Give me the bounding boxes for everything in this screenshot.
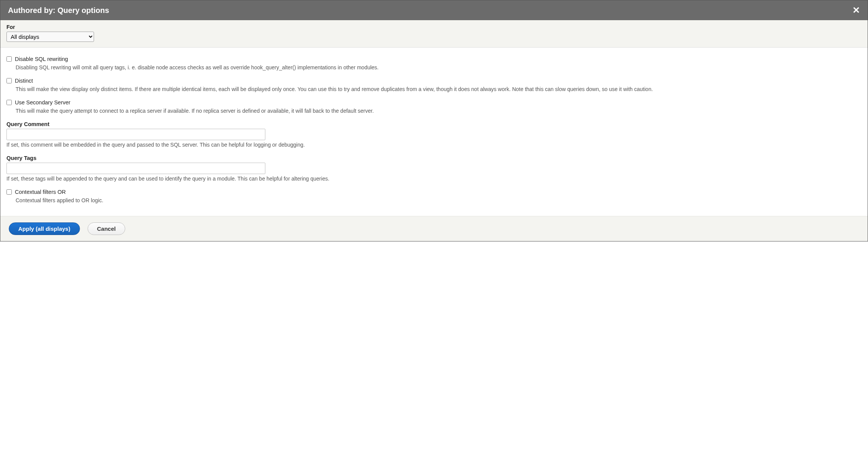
option-secondary: Use Secondary Server This will make the … [6, 99, 862, 115]
desc-secondary: This will make the query attempt to conn… [16, 107, 862, 115]
option-disable-sql: Disable SQL rewriting Disabling SQL rewr… [6, 56, 862, 72]
for-select[interactable]: All displays [6, 32, 94, 42]
titlebar: Authored by: Query options ✕ [0, 0, 868, 20]
checkbox-contextual[interactable] [6, 189, 12, 195]
close-icon[interactable]: ✕ [852, 6, 860, 15]
form-item-query-comment: Query Comment If set, this comment will … [6, 121, 862, 149]
option-distinct: Distinct This will make the view display… [6, 78, 862, 93]
checkbox-secondary[interactable] [6, 100, 12, 105]
label-disable-sql: Disable SQL rewriting [15, 56, 68, 62]
desc-query-tags: If set, these tags will be appended to t… [6, 175, 862, 183]
dialog-title: Authored by: Query options [8, 6, 109, 15]
label-secondary: Use Secondary Server [15, 99, 70, 106]
desc-disable-sql: Disabling SQL rewriting will omit all qu… [16, 64, 862, 72]
desc-query-comment: If set, this comment will be embedded in… [6, 141, 862, 149]
desc-contextual: Contextual filters applied to OR logic. [16, 197, 862, 205]
query-options-dialog: Authored by: Query options ✕ For All dis… [0, 0, 868, 241]
checkbox-distinct[interactable] [6, 78, 12, 83]
checkbox-disable-sql[interactable] [6, 56, 12, 62]
label-query-comment: Query Comment [6, 121, 862, 127]
for-section: For All displays [0, 20, 868, 48]
input-query-tags[interactable] [6, 163, 265, 174]
actions-bar: Apply (all displays) Cancel [0, 216, 868, 241]
content: Disable SQL rewriting Disabling SQL rewr… [0, 48, 868, 216]
option-contextual: Contextual filters OR Contextual filters… [6, 189, 862, 205]
apply-button[interactable]: Apply (all displays) [9, 222, 80, 235]
for-label: For [6, 24, 862, 30]
input-query-comment[interactable] [6, 129, 265, 140]
cancel-button[interactable]: Cancel [88, 222, 125, 235]
label-distinct: Distinct [15, 78, 33, 84]
label-contextual: Contextual filters OR [15, 189, 66, 195]
desc-distinct: This will make the view display only dis… [16, 85, 862, 93]
label-query-tags: Query Tags [6, 155, 862, 161]
form-item-query-tags: Query Tags If set, these tags will be ap… [6, 155, 862, 183]
